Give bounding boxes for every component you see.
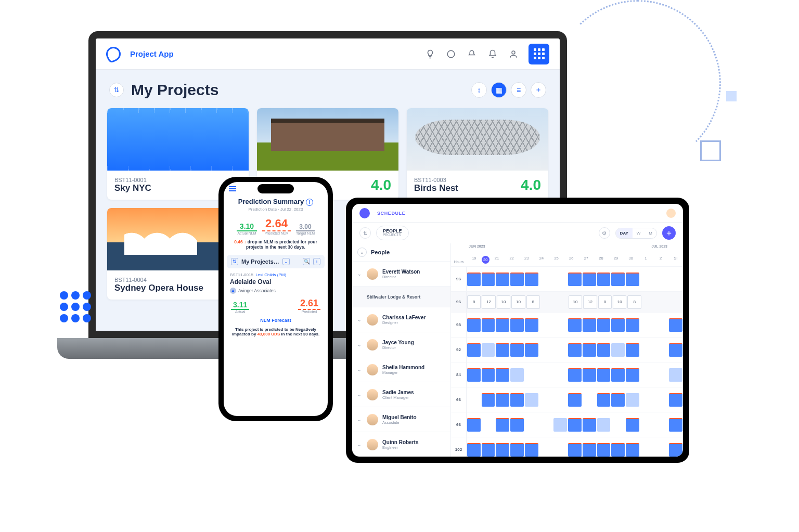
gantt-cell[interactable] <box>467 273 481 286</box>
gantt-cell[interactable] <box>583 318 596 332</box>
person-row[interactable]: ⌄Sadie JamesClient Manager <box>352 382 450 407</box>
date-cell[interactable]: 26 <box>564 256 579 264</box>
gantt-cell[interactable] <box>496 393 509 407</box>
gantt-cell[interactable] <box>597 418 611 432</box>
gantt-cell[interactable] <box>525 318 538 332</box>
people-projects-chip[interactable]: PEOPLE PROJECTS <box>376 226 409 240</box>
date-cell[interactable]: 27 <box>579 256 594 264</box>
person-row[interactable]: ⌄Miguel BenitoAssociate <box>352 407 450 432</box>
gantt-cell[interactable] <box>669 318 682 332</box>
project-sub-row[interactable]: Stillwater Lodge & Resort <box>352 286 450 307</box>
gantt-cell[interactable] <box>611 273 625 286</box>
chevron-down-icon[interactable]: ⌄ <box>282 258 290 265</box>
gantt-cell[interactable] <box>496 273 509 286</box>
day-view[interactable]: DAY <box>616 228 633 238</box>
expand-icon[interactable]: ⌄ <box>357 317 363 322</box>
project-row[interactable]: BST11-0015 Lexi Childs (PM) Adelaide Ova… <box>224 268 328 294</box>
expand-icon[interactable]: ⌄ <box>357 417 363 422</box>
project-card[interactable]: BST11-0003 Birds Nest 4.0 <box>407 108 548 200</box>
gantt-cell[interactable] <box>611 368 625 382</box>
gantt-cell[interactable] <box>626 418 639 432</box>
hours-cell[interactable]: 10 <box>497 295 510 309</box>
nlm-forecast-link[interactable]: NLM Forecast <box>224 318 328 323</box>
gantt-cell[interactable] <box>525 393 538 407</box>
hours-cell[interactable]: 8 <box>467 295 481 309</box>
gantt-cell[interactable] <box>496 318 509 332</box>
hours-cell[interactable]: 12 <box>583 295 597 309</box>
gantt-cell[interactable] <box>496 343 509 357</box>
gantt-cell[interactable] <box>510 318 524 332</box>
bell-icon[interactable] <box>487 48 498 60</box>
settings-icon[interactable]: ⚙ <box>599 227 610 239</box>
gantt-cell[interactable] <box>597 443 611 457</box>
gantt-cell[interactable] <box>626 273 639 286</box>
gantt-cell[interactable] <box>482 368 495 382</box>
hours-cell[interactable]: 10 <box>569 295 582 309</box>
gantt-cell[interactable] <box>626 343 639 357</box>
gantt-cell[interactable] <box>467 368 481 382</box>
expand-icon[interactable]: ↕ <box>313 258 320 265</box>
expand-icon[interactable]: ⌄ <box>357 392 363 397</box>
gantt-cell[interactable] <box>597 393 611 407</box>
gantt-cell[interactable] <box>496 418 509 432</box>
gantt-cell[interactable] <box>467 418 481 432</box>
gantt-cell[interactable] <box>510 273 524 286</box>
gantt-cell[interactable] <box>482 393 495 407</box>
add-button[interactable]: ＋ <box>662 226 676 240</box>
date-cell[interactable]: 24 <box>534 256 549 264</box>
filter-button[interactable]: ⇅ <box>109 83 124 97</box>
list-view-button[interactable]: ≡ <box>511 82 526 98</box>
month-view[interactable]: M <box>645 228 656 238</box>
date-cell[interactable]: 22 <box>504 256 519 264</box>
chat-icon[interactable] <box>445 48 457 60</box>
hours-cell[interactable]: 10 <box>613 295 626 309</box>
hours-cell[interactable]: 8 <box>627 295 641 309</box>
gantt-cell[interactable] <box>611 443 625 457</box>
gantt-cell[interactable] <box>525 273 538 286</box>
expand-icon[interactable]: ⌄ <box>357 342 363 347</box>
person-row[interactable]: ⌄Sheila HammondManager <box>352 357 450 382</box>
collapse-all-icon[interactable]: ⌄ <box>357 248 367 257</box>
person-row[interactable]: ⌄Charissa LaFeverDesigner <box>352 307 450 332</box>
gantt-cell[interactable] <box>626 318 639 332</box>
filter-icon[interactable]: ⇅ <box>231 258 238 265</box>
expand-icon[interactable]: ⌄ <box>357 367 363 372</box>
user-icon[interactable] <box>508 48 519 60</box>
expand-icon[interactable]: ⌄ <box>357 271 363 277</box>
gantt-cell[interactable] <box>482 343 495 357</box>
week-view[interactable]: W <box>633 228 645 238</box>
gantt-cell[interactable] <box>568 393 582 407</box>
date-cell[interactable]: 30 <box>623 256 638 264</box>
hours-cell[interactable]: 12 <box>482 295 495 309</box>
gantt-cell[interactable] <box>669 418 682 432</box>
schedule-tab[interactable]: SCHEDULE <box>377 211 405 216</box>
person-row[interactable]: ⌄Jayce YoungDirector <box>352 332 450 357</box>
gantt-cell[interactable] <box>583 368 596 382</box>
toolbar-filter-icon[interactable]: ⇅ <box>359 227 371 239</box>
person-row[interactable]: ⌄Quinn RobertsEngineer <box>352 432 450 457</box>
gantt-cell[interactable] <box>510 343 524 357</box>
gantt-cell[interactable] <box>669 368 682 382</box>
lightbulb-icon[interactable] <box>424 48 436 60</box>
hours-cell[interactable]: 10 <box>511 295 525 309</box>
date-cell[interactable]: 29 <box>609 256 624 264</box>
gantt-cell[interactable] <box>482 443 495 457</box>
user-avatar[interactable] <box>666 209 676 218</box>
gantt-cell[interactable] <box>568 368 582 382</box>
gantt-cell[interactable] <box>568 318 582 332</box>
date-cell[interactable]: 21 <box>489 256 505 264</box>
date-cell[interactable]: 23 <box>519 256 534 264</box>
date-cell[interactable]: 1 <box>638 256 653 264</box>
gantt-cell[interactable] <box>482 318 495 332</box>
gantt-cell[interactable] <box>626 393 639 407</box>
gantt-cell[interactable] <box>553 418 567 432</box>
gantt-cell[interactable] <box>597 318 611 332</box>
search-icon[interactable]: 🔍 <box>303 258 310 265</box>
menu-icon[interactable] <box>229 186 236 191</box>
gantt-cell[interactable] <box>597 343 611 357</box>
date-cell[interactable]: 20 <box>482 256 489 264</box>
gantt-cell[interactable] <box>496 368 509 382</box>
gantt-cell[interactable] <box>510 393 524 407</box>
gantt-cell[interactable] <box>626 368 639 382</box>
gantt-cell[interactable] <box>467 443 481 457</box>
